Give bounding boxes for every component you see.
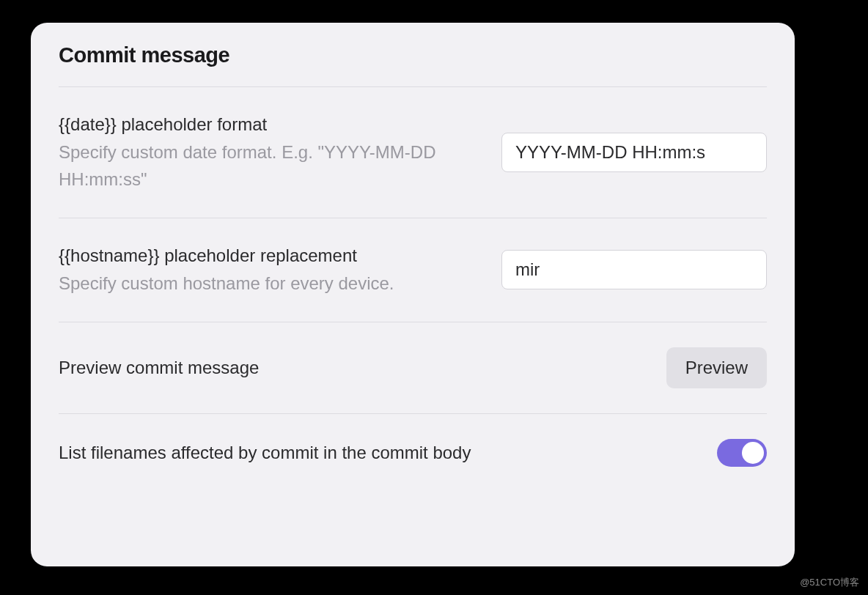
preview-left: Preview commit message bbox=[59, 355, 647, 380]
hostname-label: {{hostname}} placeholder replacement bbox=[59, 243, 482, 268]
hostname-row: {{hostname}} placeholder replacement Spe… bbox=[59, 218, 767, 322]
date-format-description: Specify custom date format. E.g. "YYYY-M… bbox=[59, 138, 482, 193]
commit-message-panel: Commit message {{date}} placeholder form… bbox=[31, 23, 795, 566]
watermark: @51CTO博客 bbox=[800, 576, 859, 589]
hostname-left: {{hostname}} placeholder replacement Spe… bbox=[59, 243, 482, 297]
date-format-label: {{date}} placeholder format bbox=[59, 112, 482, 137]
panel-title: Commit message bbox=[59, 43, 767, 87]
preview-label: Preview commit message bbox=[59, 355, 647, 380]
date-format-row: {{date}} placeholder format Specify cust… bbox=[59, 87, 767, 218]
list-filenames-left: List filenames affected by commit in the… bbox=[59, 440, 698, 465]
date-format-input[interactable] bbox=[501, 133, 767, 172]
list-filenames-row: List filenames affected by commit in the… bbox=[59, 414, 767, 492]
list-filenames-label: List filenames affected by commit in the… bbox=[59, 440, 698, 465]
list-filenames-toggle[interactable] bbox=[717, 439, 767, 467]
hostname-description: Specify custom hostname for every device… bbox=[59, 270, 482, 297]
date-format-left: {{date}} placeholder format Specify cust… bbox=[59, 112, 482, 193]
preview-row: Preview commit message Preview bbox=[59, 322, 767, 414]
hostname-input[interactable] bbox=[501, 250, 767, 289]
toggle-knob bbox=[742, 442, 764, 464]
preview-button[interactable]: Preview bbox=[666, 347, 767, 388]
